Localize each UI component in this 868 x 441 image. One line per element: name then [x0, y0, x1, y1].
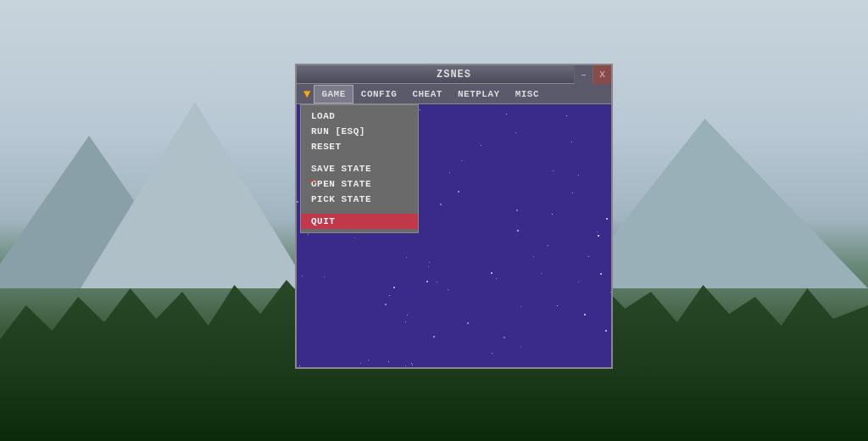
- star: [385, 304, 387, 305]
- window-title: ZSNES: [437, 69, 471, 81]
- star: [517, 230, 519, 232]
- dropdown-separator-2: [301, 207, 418, 214]
- star: [420, 109, 420, 110]
- dropdown-item-quit[interactable]: QUIT: [301, 214, 418, 229]
- star: [412, 365, 413, 366]
- dropdown-item-reset[interactable]: RESET: [301, 139, 418, 154]
- star: [597, 232, 598, 232]
- dropdown-separator-1: [301, 154, 418, 161]
- star: [324, 276, 325, 277]
- star: [393, 287, 395, 288]
- star: [553, 170, 554, 171]
- menu-item-config[interactable]: CONFIG: [353, 85, 405, 103]
- star: [440, 204, 442, 205]
- star: [458, 191, 459, 193]
- star: [520, 346, 521, 347]
- dropdown-item-pick-state[interactable]: PICK STATE: [301, 192, 418, 207]
- dropdown-item-open-state[interactable]: OPEN STATE: [301, 176, 418, 192]
- star: [449, 172, 450, 173]
- star: [548, 245, 548, 246]
- star: [506, 114, 507, 114]
- star: [491, 272, 492, 274]
- star: [571, 142, 572, 142]
- star: [360, 363, 361, 364]
- menu-item-cheat[interactable]: CHEAT: [404, 85, 450, 103]
- game-dropdown-menu: LOAD RUN [ESQ] RESET SAVE STATE OPEN STA…: [300, 104, 419, 233]
- star: [429, 262, 430, 263]
- star: [605, 330, 607, 332]
- star: [448, 289, 448, 290]
- star: [461, 160, 462, 161]
- star: [606, 218, 608, 220]
- star: [588, 256, 589, 257]
- dropdown-item-run[interactable]: RUN [ESQ]: [301, 124, 418, 139]
- star: [405, 321, 406, 322]
- star: [584, 314, 586, 315]
- title-bar: ZSNES – X: [297, 65, 611, 84]
- star: [566, 115, 567, 116]
- star: [516, 209, 518, 211]
- star: [368, 360, 369, 360]
- star: [297, 201, 298, 203]
- menu-item-misc[interactable]: MISC: [508, 85, 547, 103]
- star: [578, 282, 579, 282]
- star: [600, 273, 602, 275]
- star: [302, 276, 303, 276]
- star: [426, 281, 428, 282]
- menu-arrow-icon: ▼: [300, 87, 314, 101]
- star: [572, 193, 573, 193]
- star: [405, 366, 406, 366]
- dropdown-item-save-state[interactable]: SAVE STATE: [301, 161, 418, 176]
- star: [299, 366, 300, 366]
- zsnes-window: ZSNES – X ▼ GAME CONFIG CHEAT NETPLAY MI…: [295, 64, 613, 369]
- star: [428, 266, 429, 267]
- star: [411, 363, 412, 364]
- dropdown-item-load[interactable]: LOAD: [301, 109, 418, 124]
- star: [407, 315, 408, 315]
- star: [504, 337, 505, 338]
- title-bar-controls: – X: [574, 65, 611, 84]
- star: [492, 353, 492, 354]
- star: [388, 361, 389, 362]
- star: [437, 282, 437, 282]
- menu-item-game[interactable]: GAME: [314, 85, 353, 103]
- minimize-button[interactable]: –: [574, 65, 593, 84]
- star: [520, 306, 521, 307]
- close-button[interactable]: X: [593, 65, 611, 84]
- star: [406, 257, 407, 258]
- star: [598, 235, 599, 237]
- star: [467, 322, 469, 324]
- menu-bar: ▼ GAME CONFIG CHEAT NETPLAY MISC LOAD RU…: [297, 84, 611, 104]
- star: [481, 145, 481, 146]
- menu-item-netplay[interactable]: NETPLAY: [450, 85, 508, 103]
- star: [496, 278, 497, 279]
- mountain-far-right: [571, 119, 868, 288]
- star: [308, 234, 309, 235]
- star: [533, 256, 534, 257]
- star: [515, 132, 516, 133]
- star: [354, 237, 355, 238]
- star: [578, 175, 579, 176]
- star: [557, 305, 558, 306]
- star: [541, 273, 542, 274]
- star: [389, 295, 390, 296]
- star: [433, 336, 435, 338]
- star: [610, 292, 611, 293]
- star: [552, 214, 553, 215]
